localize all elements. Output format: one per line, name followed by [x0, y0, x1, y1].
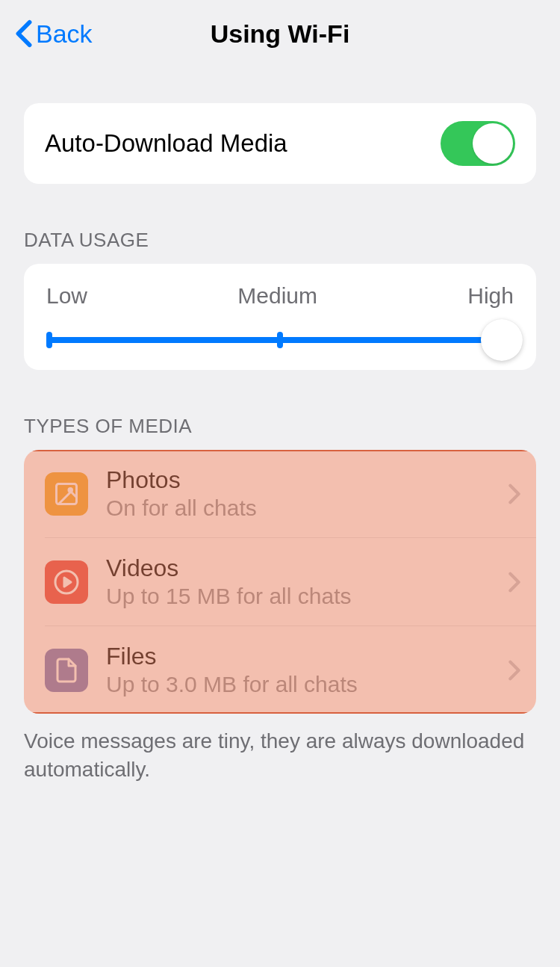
- media-subtitle: On for all chats: [106, 495, 490, 521]
- media-title: Photos: [106, 466, 490, 494]
- videos-icon: [45, 560, 88, 604]
- header-bar: Back Using Wi-Fi: [0, 0, 560, 67]
- chevron-left-icon: [15, 19, 33, 48]
- media-subtitle: Up to 15 MB for all chats: [106, 584, 490, 609]
- media-types-card: Photos On for all chats Videos Up to 15 …: [24, 450, 536, 714]
- chevron-right-icon: [508, 572, 521, 593]
- media-row-videos[interactable]: Videos Up to 15 MB for all chats: [45, 538, 536, 626]
- data-usage-label-medium: Medium: [237, 283, 317, 309]
- back-button[interactable]: Back: [15, 19, 93, 49]
- auto-download-row: Auto-Download Media: [24, 103, 536, 184]
- files-icon: [45, 649, 88, 692]
- svg-marker-3: [64, 578, 71, 587]
- auto-download-toggle[interactable]: [441, 121, 515, 166]
- data-usage-slider[interactable]: [46, 337, 514, 343]
- slider-tick: [277, 332, 283, 348]
- photos-icon: [45, 472, 88, 516]
- media-row-files[interactable]: Files Up to 3.0 MB for all chats: [45, 626, 536, 714]
- chevron-right-icon: [508, 484, 521, 504]
- media-subtitle: Up to 3.0 MB for all chats: [106, 672, 490, 697]
- data-usage-label-low: Low: [46, 283, 87, 309]
- toggle-knob: [473, 123, 513, 164]
- slider-thumb[interactable]: [481, 319, 523, 361]
- types-of-media-footer: Voice messages are tiny, they are always…: [0, 714, 560, 784]
- page-title: Using Wi-Fi: [211, 19, 350, 49]
- media-row-photos[interactable]: Photos On for all chats: [45, 450, 536, 538]
- data-usage-section-header: DATA USAGE: [0, 229, 560, 264]
- auto-download-label: Auto-Download Media: [45, 129, 287, 158]
- data-usage-label-high: High: [467, 283, 514, 309]
- media-title: Videos: [106, 554, 490, 582]
- back-label: Back: [36, 19, 93, 49]
- data-usage-card: Low Medium High: [24, 264, 536, 370]
- media-title: Files: [106, 643, 490, 670]
- slider-tick: [46, 332, 52, 348]
- types-of-media-section-header: TYPES OF MEDIA: [0, 415, 560, 450]
- chevron-right-icon: [508, 660, 521, 681]
